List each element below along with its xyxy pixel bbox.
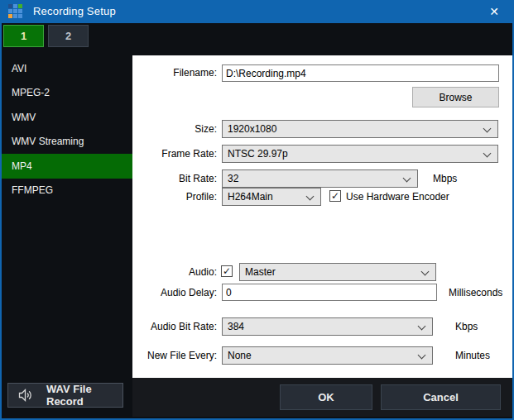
hardware-encoder-checkbox[interactable]: ✓	[329, 190, 341, 202]
audio-label: Audio:	[132, 266, 217, 278]
checkmark-icon: ✓	[331, 191, 339, 201]
speaker-icon	[18, 389, 33, 402]
audio-delay-label: Audio Delay:	[132, 287, 217, 298]
audio-delay-unit: Milliseconds	[449, 287, 502, 298]
bit-rate-unit: Mbps	[433, 173, 457, 184]
audio-bit-rate-select[interactable]: 384	[222, 317, 433, 336]
audio-checkbox[interactable]: ✓	[221, 265, 233, 277]
frame-rate-select[interactable]: NTSC 29.97p	[222, 145, 498, 163]
app-logo-icon	[8, 4, 22, 18]
checkmark-icon: ✓	[223, 266, 231, 276]
chevron-down-icon	[421, 268, 430, 276]
profile-label: Profile:	[132, 191, 217, 203]
new-file-every-unit: Minutes	[455, 350, 490, 361]
tab-2[interactable]: 2	[48, 25, 89, 47]
sidebar-item-mpeg2[interactable]: MPEG-2	[2, 81, 132, 106]
filename-input[interactable]	[222, 64, 499, 82]
audio-source-select[interactable]: Master	[239, 263, 436, 281]
sidebar-item-wmv[interactable]: WMV	[2, 105, 132, 130]
frame-rate-label: Frame Rate:	[132, 148, 217, 160]
wav-file-record-label: WAV File Record	[46, 383, 122, 408]
audio-delay-input[interactable]	[222, 284, 437, 301]
new-file-every-select[interactable]: None	[222, 346, 433, 365]
settings-panel: Filename: Browse Size: 1920x1080 Frame R…	[132, 55, 512, 378]
ok-button[interactable]: OK	[280, 384, 372, 410]
browse-button[interactable]: Browse	[412, 87, 499, 107]
wav-file-record-button[interactable]: WAV File Record	[7, 383, 123, 408]
sidebar-item-mp4[interactable]: MP4	[2, 154, 132, 179]
bit-rate-label: Bit Rate:	[132, 173, 217, 184]
new-file-every-label: New File Every:	[132, 350, 217, 361]
chevron-down-icon	[483, 125, 492, 133]
filename-label: Filename:	[132, 67, 217, 79]
audio-bit-rate-label: Audio Bit Rate:	[132, 321, 217, 332]
tab-1-label: 1	[21, 30, 26, 42]
title-bar: Recording Setup ✕	[2, 0, 512, 23]
window-title: Recording Setup	[33, 5, 116, 17]
chevron-down-icon	[418, 351, 426, 360]
size-select[interactable]: 1920x1080	[222, 120, 498, 138]
close-button[interactable]: ✕	[476, 0, 512, 23]
hardware-encoder-label: Use Hardware Encoder	[346, 191, 449, 203]
cancel-button[interactable]: Cancel	[381, 384, 501, 410]
recording-setup-dialog: Recording Setup ✕ 1 2 AVI MPEG-2 WMV WMV…	[0, 0, 514, 420]
tab-2-label: 2	[65, 30, 71, 42]
profile-select[interactable]: H264Main	[222, 188, 321, 206]
close-icon: ✕	[489, 5, 499, 18]
tab-1[interactable]: 1	[3, 25, 44, 47]
chevron-down-icon	[483, 150, 492, 158]
chevron-down-icon	[403, 174, 411, 183]
bit-rate-select[interactable]: 32	[222, 169, 418, 188]
sidebar-item-avi[interactable]: AVI	[2, 56, 132, 81]
sidebar-item-ffmpeg[interactable]: FFMPEG	[2, 179, 132, 203]
format-list: AVI MPEG-2 WMV WMV Streaming MP4 FFMPEG	[2, 56, 132, 203]
chevron-down-icon	[418, 322, 426, 331]
audio-bit-rate-unit: Kbps	[455, 321, 478, 332]
size-label: Size:	[132, 123, 217, 135]
sidebar-item-wmv-streaming[interactable]: WMV Streaming	[2, 130, 132, 155]
chevron-down-icon	[306, 193, 315, 201]
